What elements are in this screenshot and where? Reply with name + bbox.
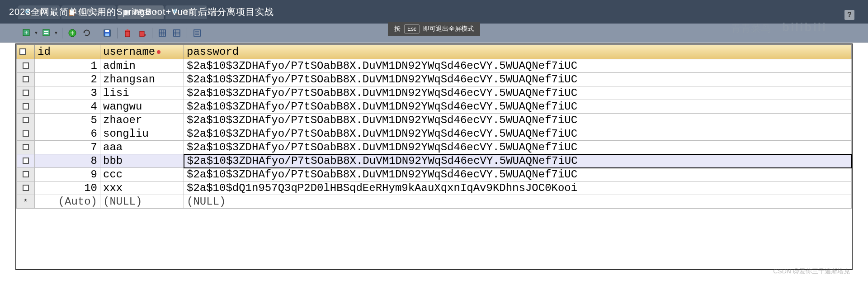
cell-id[interactable]: 8 [35, 154, 100, 168]
svg-rect-5 [44, 33, 48, 34]
cell-username[interactable]: lisi [100, 86, 184, 100]
cell-password[interactable]: $2a$10$3ZDHAfyo/P7tSOabB8X.DuVM1DN92YWqS… [184, 127, 852, 141]
cell-id[interactable]: 5 [35, 114, 100, 127]
svg-text:×: × [144, 33, 146, 38]
fullscreen-exit-hint: 按 Esc 即可退出全屏模式 [388, 22, 480, 36]
csdn-watermark: CSDN @爱你三千遍斯塔克 [773, 267, 850, 276]
cell-username[interactable]: zhangsan [100, 73, 184, 86]
delete-all-button[interactable]: × [136, 27, 148, 39]
new-row[interactable]: * (Auto) (NULL) (NULL) [17, 195, 852, 209]
cell-password[interactable]: $2a$10$3ZDHAfyo/P7tSOabB8X.DuVM1DN92YWqS… [184, 86, 852, 100]
svg-rect-22 [174, 30, 180, 36]
row-selector[interactable] [17, 141, 35, 154]
refresh-button[interactable] [80, 27, 93, 39]
table-row[interactable]: 2 zhangsan $2a$10$3ZDHAfyo/P7tSOabB8X.Du… [17, 73, 852, 86]
cell-id[interactable]: 4 [35, 100, 100, 114]
svg-text:+: + [70, 29, 74, 37]
row-selector[interactable] [17, 114, 35, 127]
cell-username[interactable]: zhaoer [100, 114, 184, 127]
hint-suffix: 即可退出全屏模式 [423, 25, 474, 33]
insert-rows-button[interactable] [40, 27, 53, 39]
cell-username[interactable]: ccc [100, 168, 184, 181]
cell-username[interactable]: wangwu [100, 100, 184, 114]
header-row: id username password [17, 45, 852, 59]
cell-password[interactable]: $2a$10$3ZDHAfyo/P7tSOabB8X.DuVM1DN92YWqS… [184, 141, 852, 154]
cell-username[interactable]: aaa [100, 141, 184, 154]
insert-row-button[interactable]: + [20, 27, 33, 39]
table-row[interactable]: 1 admin $2a$10$3ZDHAfyo/P7tSOabB8X.DuVM1… [17, 59, 852, 73]
row-selector[interactable] [17, 181, 35, 195]
cell-password[interactable]: $2a$10$3ZDHAfyo/P7tSOabB8X.DuVM1DN92YWqS… [184, 168, 852, 181]
cell-username[interactable]: bbb [100, 154, 184, 168]
cell-username[interactable]: admin [100, 59, 184, 73]
table-row[interactable]: 5 zhaoer $2a$10$3ZDHAfyo/P7tSOabB8X.DuVM… [17, 114, 852, 127]
cell-username[interactable]: xxx [100, 181, 184, 195]
table-row[interactable]: 6 songliu $2a$10$3ZDHAfyo/P7tSOabB8X.DuV… [17, 127, 852, 141]
cell-id-auto[interactable]: (Auto) [35, 195, 100, 209]
dropdown-icon[interactable]: ▼ [34, 30, 38, 35]
cell-password[interactable]: $2a$10$3ZDHAfyo/P7tSOabB8X.DuVM1DN92YWqS… [184, 154, 852, 168]
separator [97, 28, 97, 38]
svg-rect-17 [159, 30, 165, 36]
separator [62, 28, 62, 38]
table-row[interactable]: 4 wangwu $2a$10$3ZDHAfyo/P7tSOabB8X.DuVM… [17, 100, 852, 114]
table-row[interactable]: 9 ccc $2a$10$3ZDHAfyo/P7tSOabB8X.DuVM1DN… [17, 168, 852, 181]
svg-rect-12 [125, 31, 130, 37]
svg-rect-10 [105, 30, 109, 32]
modified-indicator-icon [157, 50, 160, 54]
cell-id[interactable]: 10 [35, 181, 100, 195]
dropdown-icon[interactable]: ▼ [54, 30, 58, 35]
svg-rect-14 [127, 29, 128, 30]
cell-username[interactable]: songliu [100, 127, 184, 141]
esc-key-label: Esc [404, 24, 420, 33]
add-button[interactable]: + [66, 27, 79, 39]
table-row[interactable]: 3 lisi $2a$10$3ZDHAfyo/P7tSOabB8X.DuVM1D… [17, 86, 852, 100]
row-selector[interactable] [17, 168, 35, 181]
video-title: 2023全网最简单但实用的SpringBoot+Vue前后端分离项目实战 [9, 6, 274, 18]
row-selector[interactable] [17, 59, 35, 73]
cell-password[interactable]: $2a$10$3ZDHAfyo/P7tSOabB8X.DuVM1DN92YWqS… [184, 59, 852, 73]
column-header-password[interactable]: password [184, 45, 852, 59]
table-row[interactable]: 8 bbb $2a$10$3ZDHAfyo/P7tSOabB8X.DuVM1DN… [17, 154, 852, 168]
row-selector[interactable] [17, 86, 35, 100]
cell-id[interactable]: 2 [35, 73, 100, 86]
svg-rect-13 [125, 30, 130, 31]
svg-text:+: + [24, 29, 28, 36]
row-selector[interactable] [17, 127, 35, 141]
separator [152, 28, 152, 38]
cell-id[interactable]: 3 [35, 86, 100, 100]
hint-prefix: 按 [394, 25, 401, 33]
form-view-button[interactable] [170, 27, 183, 39]
save-button[interactable] [101, 27, 113, 39]
data-grid[interactable]: id username password 1 admin $2a$10$3ZDH… [15, 43, 853, 270]
row-selector[interactable] [17, 154, 35, 168]
column-header-id[interactable]: id [35, 45, 100, 59]
svg-rect-3 [43, 29, 49, 36]
column-header-username[interactable]: username [100, 45, 184, 59]
cell-id[interactable]: 6 [35, 127, 100, 141]
help-icon[interactable]: ? [844, 10, 854, 20]
delete-row-button[interactable] [121, 27, 134, 39]
svg-rect-11 [105, 33, 109, 36]
cell-id[interactable]: 9 [35, 168, 100, 181]
table-row[interactable]: 10 xxx $2a$10$dQ1n957Q3qP2D0lHBSqdEeRHym… [17, 181, 852, 195]
separator [117, 28, 118, 38]
cell-username-null[interactable]: (NULL) [100, 195, 184, 209]
cell-password[interactable]: $2a$10$3ZDHAfyo/P7tSOabB8X.DuVM1DN92YWqS… [184, 114, 852, 127]
row-selector[interactable] [17, 73, 35, 86]
cell-id[interactable]: 1 [35, 59, 100, 73]
cell-id[interactable]: 7 [35, 141, 100, 154]
separator [187, 28, 187, 38]
result-table: id username password 1 admin $2a$10$3ZDH… [16, 44, 852, 209]
new-row-marker: * [17, 195, 35, 209]
row-selector[interactable] [17, 100, 35, 114]
grid-view-button[interactable] [156, 27, 169, 39]
title-bar: 🔍 询问 × 📋 历史记录 × ▦ 表数据 × 🔍 询问 × + 2023全网最… [0, 0, 868, 24]
cell-password[interactable]: $2a$10$3ZDHAfyo/P7tSOabB8X.DuVM1DN92YWqS… [184, 73, 852, 86]
cell-password[interactable]: $2a$10$3ZDHAfyo/P7tSOabB8X.DuVM1DN92YWqS… [184, 100, 852, 114]
select-all-header[interactable] [17, 45, 35, 59]
cell-password[interactable]: $2a$10$dQ1n957Q3qP2D0lHBSqdEeRHym9kAauXq… [184, 181, 852, 195]
text-view-button[interactable] [191, 27, 203, 39]
cell-password-null[interactable]: (NULL) [184, 195, 852, 209]
table-row[interactable]: 7 aaa $2a$10$3ZDHAfyo/P7tSOabB8X.DuVM1DN… [17, 141, 852, 154]
